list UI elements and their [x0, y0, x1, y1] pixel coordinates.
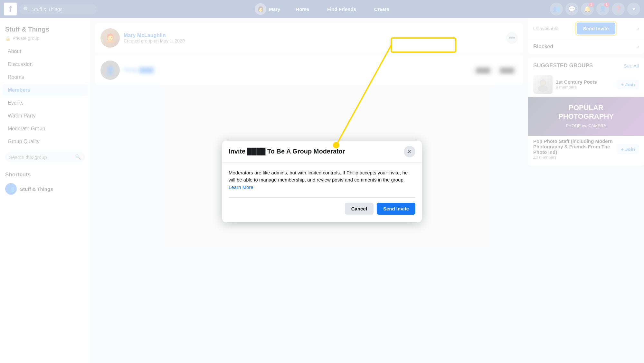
- modal-title: Invite ████ To Be A Group Moderator: [229, 148, 404, 155]
- send-invite-modal-button[interactable]: Send Invite: [377, 203, 415, 215]
- modal-footer: Cancel Send Invite: [229, 203, 415, 216]
- modal-body-text: Moderators are like admins, but with lim…: [229, 169, 415, 191]
- modal-close-button[interactable]: ×: [404, 146, 415, 157]
- modal-header: Invite ████ To Be A Group Moderator ×: [222, 141, 422, 163]
- modal-invite-moderator: Invite ████ To Be A Group Moderator × Mo…: [222, 141, 422, 223]
- cancel-button[interactable]: Cancel: [345, 203, 374, 215]
- modal-divider: [229, 197, 415, 198]
- modal-overlay: Invite ████ To Be A Group Moderator × Mo…: [0, 0, 644, 363]
- modal-body: Moderators are like admins, but with lim…: [222, 163, 422, 223]
- learn-more-link[interactable]: Learn More: [229, 184, 253, 190]
